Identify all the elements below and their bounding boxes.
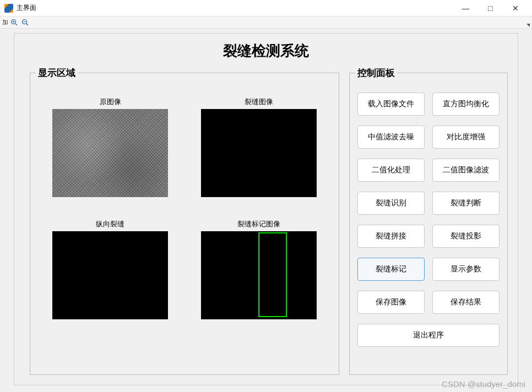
display-panel-legend: 显示区域 bbox=[36, 67, 78, 79]
recognize-button[interactable]: 裂缝识别 bbox=[357, 192, 425, 215]
toolbar-corner-icon bbox=[526, 24, 530, 27]
median-filter-button[interactable]: 中值滤波去噪 bbox=[357, 126, 425, 149]
image-crack bbox=[201, 109, 317, 197]
binary-filter-button[interactable]: 二值图像滤波 bbox=[432, 159, 500, 182]
zoom-out-icon[interactable] bbox=[20, 18, 30, 28]
save-result-button[interactable]: 保存结果 bbox=[432, 291, 500, 314]
main-window: 裂缝检测系统 显示区域 原图像 裂缝图像 bbox=[14, 33, 518, 385]
image-cell-original: 原图像 bbox=[41, 97, 179, 197]
load-image-button[interactable]: 载入图像文件 bbox=[357, 92, 425, 116]
exit-button[interactable]: 退出程序 bbox=[357, 324, 500, 347]
image-marked bbox=[201, 231, 317, 319]
caption-crack: 裂缝图像 bbox=[190, 97, 328, 107]
image-original bbox=[52, 109, 168, 197]
svg-line-1 bbox=[15, 23, 18, 25]
project-button[interactable]: 裂缝投影 bbox=[432, 225, 500, 248]
caption-marked: 裂缝标记图像 bbox=[190, 219, 328, 229]
image-cell-crack: 裂缝图像 bbox=[190, 97, 328, 197]
titlebar: 主界面 — □ ✕ bbox=[0, 0, 532, 17]
histeq-button[interactable]: 直方图均衡化 bbox=[432, 92, 500, 116]
stitch-button[interactable]: 裂缝拼接 bbox=[357, 225, 425, 248]
control-panel: 控制面板 载入图像文件 直方图均衡化 中值滤波去噪 对比度增强 二值化处理 二值… bbox=[349, 67, 508, 375]
binarize-button[interactable]: 二值化处理 bbox=[357, 159, 425, 182]
minimize-button[interactable]: — bbox=[453, 0, 478, 17]
caption-original: 原图像 bbox=[41, 97, 179, 107]
save-image-button[interactable]: 保存图像 bbox=[357, 291, 425, 314]
toolbar: 加 bbox=[0, 17, 532, 29]
caption-vertical: 纵向裂缝 bbox=[41, 219, 179, 229]
svg-line-5 bbox=[26, 23, 29, 25]
app-icon bbox=[4, 4, 13, 13]
window-title: 主界面 bbox=[17, 3, 36, 13]
judge-button[interactable]: 裂缝判断 bbox=[432, 192, 500, 215]
maximize-button[interactable]: □ bbox=[478, 0, 503, 17]
page-title: 裂缝检测系统 bbox=[14, 41, 518, 61]
toolbar-label: 加 bbox=[2, 18, 8, 26]
image-cell-vertical: 纵向裂缝 bbox=[41, 219, 179, 319]
params-button[interactable]: 显示参数 bbox=[432, 258, 500, 281]
contrast-button[interactable]: 对比度增强 bbox=[432, 126, 500, 149]
image-vertical bbox=[52, 231, 168, 319]
image-cell-marked: 裂缝标记图像 bbox=[190, 219, 328, 319]
zoom-in-icon[interactable] bbox=[9, 18, 19, 28]
control-panel-legend: 控制面板 bbox=[355, 67, 397, 79]
close-button[interactable]: ✕ bbox=[503, 0, 528, 17]
mark-button[interactable]: 裂缝标记 bbox=[357, 258, 425, 281]
display-panel: 显示区域 原图像 裂缝图像 纵向裂 bbox=[30, 67, 339, 375]
crack-marker-box bbox=[258, 232, 287, 317]
